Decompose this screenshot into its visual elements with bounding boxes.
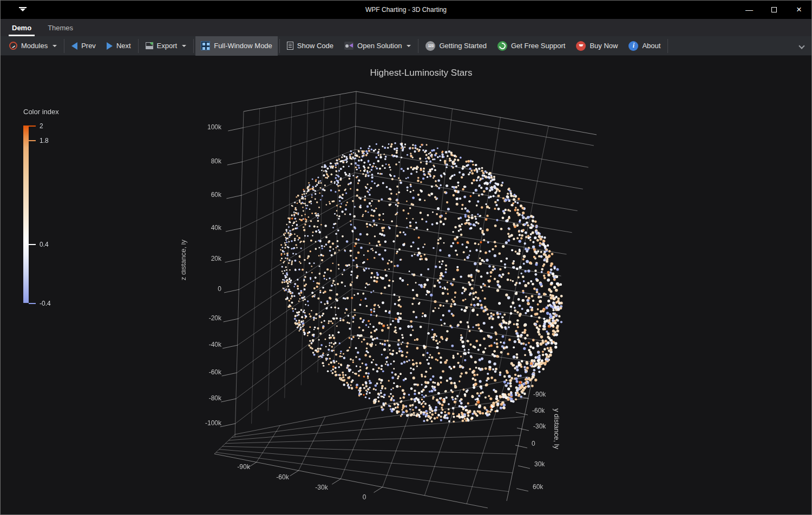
buy-now-icon	[576, 41, 586, 51]
toolbar-button-label: Export	[157, 42, 178, 50]
chart-title: Highest-Luminosity Stars	[15, 68, 812, 78]
y-axis-tick-label: 0	[532, 440, 535, 447]
toolbar-button-label: Prev	[81, 42, 96, 50]
legend-gradient-bar	[23, 126, 29, 303]
toolbar-button-buy-now[interactable]: Buy Now	[571, 36, 623, 56]
y-axis-tick-label: 30k	[534, 460, 545, 468]
toolbar-separator	[138, 39, 139, 53]
toolbar-button-label: Show Code	[297, 42, 333, 50]
color-legend: Color index 21.80.4-0.4	[23, 108, 59, 128]
toolbar-button-label: About	[642, 42, 660, 50]
support-icon	[497, 41, 507, 51]
toolbar-button-label: Open Solution	[357, 42, 402, 50]
tab-demo[interactable]: Demo	[9, 19, 35, 36]
toolbar-button-open-solution[interactable]: Open Solution	[339, 36, 416, 56]
toolbar-button-export[interactable]: Export	[140, 36, 192, 56]
toolbar-button-full-window-mode[interactable]: Full-Window Mode	[195, 36, 278, 56]
window-controls: — ×	[737, 1, 811, 19]
toolbar-button-getting-started[interactable]: 123Getting Started	[420, 36, 492, 56]
3d-scatter-canvas[interactable]	[1, 56, 812, 515]
y-axis-tick-label: 60k	[533, 483, 543, 491]
modules-icon	[9, 42, 17, 50]
app-window: WPF Charting - 3D Charting — × Demo Them…	[0, 0, 812, 515]
z-axis-tick-label: 20k	[195, 255, 221, 262]
toolbar-button-label: Full-Window Mode	[214, 42, 272, 50]
export-icon	[146, 42, 153, 49]
z-axis-tick-label: -20k	[195, 314, 221, 322]
toolbar: ModulesPrevNextExportFull-Window ModeSho…	[1, 36, 811, 56]
toolbar-button-get-free-support[interactable]: Get Free Support	[492, 36, 571, 56]
menu-bar: Demo Themes	[1, 19, 811, 36]
titlebar: WPF Charting - 3D Charting — ×	[1, 1, 811, 19]
legend-tick-label: 2	[40, 122, 43, 130]
z-axis-tick-label: 100k	[195, 123, 221, 131]
toolbar-button-show-code[interactable]: Show Code	[281, 36, 339, 56]
toolbar-separator	[418, 39, 418, 53]
toolbar-button-about[interactable]: iAbout	[623, 36, 666, 56]
toolbar-separator	[279, 39, 280, 53]
close-button[interactable]: ×	[787, 1, 811, 19]
about-icon: i	[628, 41, 638, 51]
z-axis-tick-label: -80k	[195, 394, 221, 402]
z-axis-tick-label: -40k	[195, 341, 221, 348]
chart-area: Highest-Luminosity Stars y distance, ly …	[1, 56, 812, 515]
toolbar-separator	[64, 39, 64, 53]
show-code-icon	[287, 42, 293, 50]
z-axis-tick-label: 80k	[195, 157, 221, 165]
z-axis-tick-label: 40k	[195, 224, 221, 232]
toolbar-button-label: Get Free Support	[511, 42, 565, 50]
tab-themes[interactable]: Themes	[44, 19, 76, 36]
y-axis-tick-label: -90k	[533, 391, 546, 398]
legend-tick-label: 1.8	[40, 137, 49, 144]
y-axis-tick-label: -30k	[533, 422, 546, 430]
open-solution-icon	[344, 42, 353, 50]
toolbar-button-modules[interactable]: Modules	[4, 36, 62, 56]
toolbar-button-label: Getting Started	[439, 42, 486, 50]
x-axis-tick-label: -30k	[315, 484, 328, 491]
minimize-button[interactable]: —	[737, 1, 762, 19]
toolbar-separator	[193, 39, 194, 53]
z-axis-tick-label: 0	[195, 285, 221, 293]
legend-tick-label: -0.4	[40, 300, 51, 307]
x-axis-tick-label: 0	[363, 493, 366, 501]
legend-tick-mark	[29, 244, 36, 245]
z-axis-tick-label: -100k	[195, 419, 221, 427]
chevron-down-icon[interactable]	[182, 45, 186, 47]
x-axis-tick-label: -90k	[237, 463, 250, 471]
z-axis-title-wrap: z distance, ly	[181, 240, 187, 326]
prev-icon	[71, 42, 77, 50]
legend-title: Color index	[23, 108, 59, 116]
legend-tick-mark	[29, 140, 36, 141]
legend-tick-mark	[29, 303, 36, 304]
x-axis-tick-label: -60k	[276, 473, 289, 481]
getting-started-icon: 123	[425, 41, 435, 51]
full-window-icon	[201, 41, 210, 50]
toolbar-overflow-chevron-icon[interactable]	[798, 43, 804, 49]
toolbar-separator	[667, 39, 668, 53]
window-title: WPF Charting - 3D Charting	[1, 6, 811, 14]
chevron-down-icon[interactable]	[53, 45, 57, 47]
maximize-icon	[771, 7, 777, 12]
toolbar-button-next[interactable]: Next	[101, 36, 136, 56]
z-axis-tick-label: 60k	[195, 191, 221, 199]
y-axis-title: y distance, ly	[553, 408, 561, 449]
legend-tick-label: 0.4	[40, 241, 49, 248]
z-axis-tick-label: -60k	[195, 368, 221, 376]
maximize-button[interactable]	[762, 1, 787, 19]
toolbar-button-prev[interactable]: Prev	[66, 36, 101, 56]
toolbar-button-label: Buy Now	[590, 42, 618, 50]
app-icon	[19, 7, 27, 12]
toolbar-button-label: Next	[116, 42, 131, 50]
y-axis-tick-label: -60k	[532, 407, 545, 414]
z-axis-title: z distance, ly	[181, 240, 187, 280]
toolbar-button-label: Modules	[21, 42, 48, 50]
chevron-down-icon[interactable]	[407, 45, 411, 47]
legend-tick-mark	[29, 126, 36, 127]
next-icon	[107, 42, 113, 50]
